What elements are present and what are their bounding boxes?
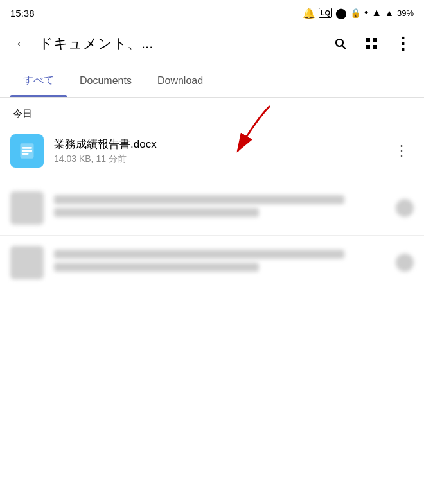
svg-rect-11 [22, 147, 32, 148]
search-icon [333, 36, 348, 51]
search-button[interactable] [326, 30, 355, 58]
file-item-docx[interactable]: 業務成績報告書.docx 14.03 KB, 11 分前 ⋮ [0, 125, 424, 177]
wifi-icon: ▲ [371, 7, 382, 19]
blurred-line [54, 195, 344, 204]
tab-download[interactable]: Download [145, 66, 216, 96]
file-type-icon [10, 134, 44, 168]
file-list: 業務成績報告書.docx 14.03 KB, 11 分前 ⋮ [0, 125, 424, 177]
tab-all[interactable]: すべて [10, 65, 67, 96]
file-more-button[interactable]: ⋮ [389, 137, 414, 164]
grid-icon [364, 36, 379, 51]
svg-rect-13 [22, 153, 29, 155]
status-bar: 15:38 🔔 LQ ⬤ 🔒 • ▲ ▲ 39% [0, 0, 424, 23]
file-meta: 14.03 KB, 11 分前 [54, 153, 389, 165]
blurred-line [54, 208, 259, 217]
blurred-text-2 [54, 250, 396, 275]
lock-icon: 🔒 [350, 8, 361, 18]
notification-icon: 🔔 [303, 7, 315, 19]
blurred-file-list [0, 177, 424, 296]
blurred-line [54, 263, 259, 272]
lq-icon: LQ [319, 8, 332, 18]
blurred-more-2 [396, 254, 414, 272]
app-bar: ← ドキュメント、... ⋮ [0, 23, 424, 64]
app-bar-actions: ⋮ [326, 30, 416, 58]
section-header-today: 今日 [0, 98, 424, 125]
blurred-more-1 [396, 199, 414, 217]
blurred-text-1 [54, 195, 396, 221]
blurred-item-2 [0, 235, 424, 287]
document-icon [18, 142, 36, 160]
tabs-bar: すべて Documents Download [0, 64, 424, 98]
status-time: 15:38 [10, 8, 35, 19]
battery-indicator: 39% [397, 8, 414, 18]
dot-icon: • [364, 7, 368, 19]
page-title: ドキュメント、... [36, 34, 326, 53]
blurred-thumb-2 [10, 246, 44, 279]
file-name: 業務成績報告書.docx [54, 137, 389, 152]
tab-documents[interactable]: Documents [67, 66, 145, 96]
back-button[interactable]: ← [8, 30, 36, 58]
chrome-icon: ⬤ [335, 7, 347, 19]
svg-point-0 [336, 39, 343, 46]
status-icons: 🔔 LQ ⬤ 🔒 • ▲ ▲ 39% [303, 7, 414, 19]
svg-rect-4 [366, 45, 370, 49]
svg-rect-3 [373, 38, 377, 42]
signal-icon: ▲ [385, 8, 394, 18]
blurred-line [54, 250, 344, 259]
grid-view-button[interactable] [357, 30, 385, 58]
svg-rect-2 [366, 38, 370, 42]
svg-line-1 [342, 46, 346, 49]
blurred-thumb-1 [10, 191, 44, 225]
svg-rect-5 [373, 45, 377, 49]
blurred-item-1 [0, 184, 424, 232]
more-options-button[interactable]: ⋮ [388, 30, 416, 58]
file-info: 業務成績報告書.docx 14.03 KB, 11 分前 [54, 137, 389, 165]
svg-rect-12 [22, 150, 32, 152]
